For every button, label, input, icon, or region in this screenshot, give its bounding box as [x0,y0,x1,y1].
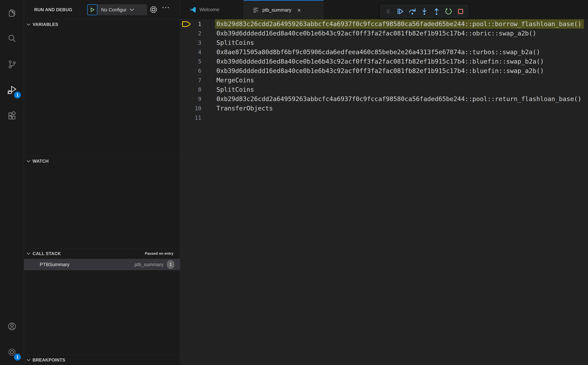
grip-dots-icon [385,8,391,15]
line-number: 11 [192,114,201,121]
chevron-down-icon [27,359,30,361]
section-variables[interactable]: VARIABLES [24,19,180,29]
vscode-window: 1 [0,0,588,365]
code-line[interactable]: 9 0xb29d83c26cdd2a64959263abbcfc4a6937f0… [180,94,588,104]
code-line[interactable]: 8 SplitCoins [180,85,588,94]
code-text: 0xb39d6dddedd16ed8a40ce0b1e6b43c92acf0ff… [216,29,536,38]
debug-count-badge: 1 [14,91,21,99]
code-line[interactable]: 4 0x8ae871505a80d8bf6bf9c05906cda6edfeea… [180,47,588,57]
step-over-button[interactable] [407,6,417,17]
section-variables-label: VARIABLES [33,22,58,27]
section-call-stack-label: CALL STACK [33,251,61,256]
chevron-down-icon [27,253,30,255]
stack-frame-badge: 1 [167,260,175,269]
line-number: 6 [192,68,201,74]
stack-frame-source: ptb_summary [135,262,164,267]
debug-configure-gear-button[interactable] [149,5,158,15]
call-stack-frame-row[interactable]: PTBSummary ptb_summary 1 [24,259,180,270]
stop-icon [457,7,464,15]
step-into-button[interactable] [419,6,430,17]
code-line[interactable]: 3 SplitCoins [180,38,588,47]
vscode-logo-icon [190,7,196,13]
section-breakpoints-label: BREAKPOINTS [33,358,65,363]
activity-run-and-debug[interactable]: 1 [0,77,24,103]
line-number: 1 [192,21,201,27]
section-call-stack[interactable]: CALL STACK Paused on entry [24,248,180,259]
start-debugging-button[interactable] [87,4,98,15]
line-number: 7 [192,77,201,84]
step-over-icon [408,7,416,15]
editor-group: Welcome ptb_summary × [180,0,588,365]
stack-frame-meta: ptb_summary 1 [135,260,175,269]
section-breakpoints[interactable]: BREAKPOINTS [24,355,180,365]
step-out-icon [433,7,440,15]
debug-config-value: No Configur [101,7,127,13]
activity-extensions[interactable] [0,103,24,129]
stop-button[interactable] [455,6,466,17]
code-line[interactable]: 10 TransferObjects [180,104,588,113]
activity-bar: 1 [0,0,24,365]
code-text: MergeCoins [216,76,254,85]
continue-icon [397,7,404,15]
run-and-debug-sidebar: RUN AND DEBUG No Configur [24,0,180,365]
sidebar-titlebar: RUN AND DEBUG No Configur [24,0,180,19]
code-line[interactable]: 2 0xb39d6dddedd16ed8a40ce0b1e6b43c92acf0… [180,29,588,38]
extensions-icon [7,111,17,120]
debug-toolbar [380,5,468,18]
code-text-highlighted: 0xb29d83c26cdd2a64959263abbcfc4a6937f0c9… [215,19,584,29]
stack-frame-name: PTBSummary [40,262,70,267]
section-watch[interactable]: WATCH [24,156,180,166]
line-number: 2 [192,30,201,37]
line-number: 8 [192,86,201,93]
step-out-button[interactable] [431,6,442,17]
activity-source-control[interactable] [0,51,24,77]
tab-ptb-summary-label: ptb_summary [262,7,291,13]
activity-accounts[interactable] [0,314,24,339]
line-number: 5 [192,58,201,65]
tab-ptb-summary[interactable]: ptb_summary × [244,0,324,19]
toolbar-drag-handle[interactable] [383,6,393,17]
code-line[interactable]: 5 0xb39d6dddedd16ed8a40ce0b1e6b43c92acf0… [180,57,588,66]
debug-config-dropdown[interactable]: No Configur [98,4,147,15]
current-stackframe-arrow-icon [180,21,192,27]
code-text: TransferObjects [216,104,273,113]
continue-button[interactable] [395,6,405,17]
file-list-icon [253,7,259,13]
tab-welcome[interactable]: Welcome [180,0,244,19]
code-line[interactable]: 1 0xb29d83c26cdd2a64959263abbcfc4a6937f0… [180,19,588,29]
sidebar-title: RUN AND DEBUG [34,0,72,19]
chevron-down-icon [27,160,30,162]
line-number: 10 [192,105,201,112]
code-text: 0xb29d83c26cdd2a64959263abbcfc4a6937f0c9… [216,94,581,104]
call-stack-status: Paused on entry [145,251,173,256]
code-area: 1 0xb29d83c26cdd2a64959263abbcfc4a6937f0… [180,19,588,365]
section-watch-label: WATCH [33,159,49,164]
tab-welcome-label: Welcome [199,7,219,13]
search-icon [7,34,17,43]
code-line[interactable]: 11 [180,113,588,122]
activity-bar-top: 1 [0,0,24,129]
line-number: 4 [192,49,201,55]
code-text: SplitCoins [216,85,254,94]
code-text: 0xb39d6dddedd16ed8a40ce0b1e6b43c92acf0ff… [216,57,544,66]
restart-button[interactable] [443,6,453,17]
close-tab-icon[interactable]: × [297,7,301,13]
activity-settings[interactable]: 1 [0,339,24,365]
chevron-down-icon [27,23,30,26]
code-line[interactable]: 7 MergeCoins [180,76,588,85]
more-actions-button[interactable]: ⋯ [162,3,170,12]
line-number: 3 [192,40,201,46]
code-line[interactable]: 6 0xb39d6dddedd16ed8a40ce0b1e6b43c92acf0… [180,66,588,76]
activity-bar-bottom: 1 [0,314,24,365]
activity-search[interactable] [0,26,24,51]
activity-explorer[interactable] [0,0,24,26]
files-icon [7,8,17,18]
restart-icon [445,7,452,15]
play-icon [90,7,95,13]
chevron-down-icon [130,8,134,11]
code-text: 0x8ae871505a80d8bf6bf9c05906cda6edfeea46… [216,47,540,57]
line-number: 9 [192,96,201,102]
settings-count-badge: 1 [14,353,21,361]
code-text: SplitCoins [216,38,254,47]
source-control-icon [7,60,17,69]
